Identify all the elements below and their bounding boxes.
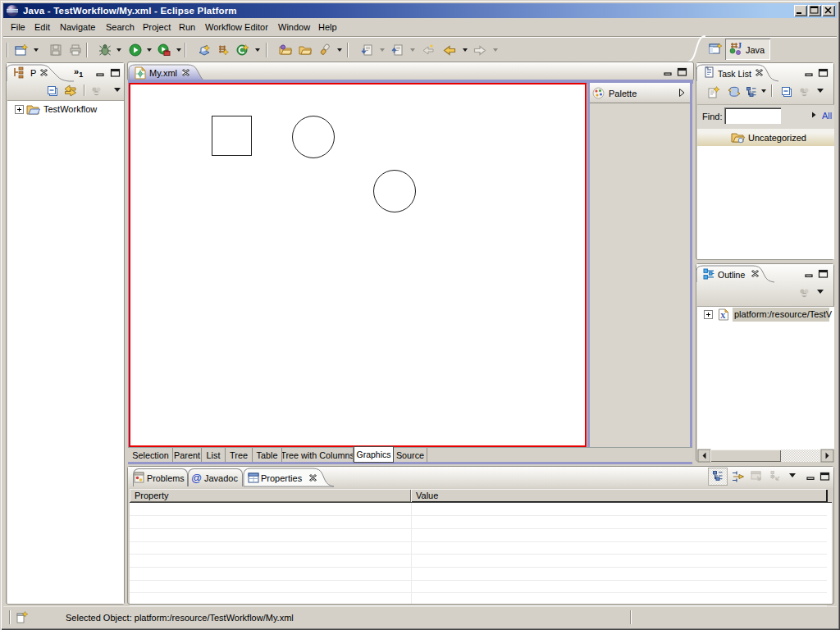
svg-text:J: J — [737, 41, 742, 50]
svg-text:@: @ — [191, 472, 202, 484]
svg-text:X: X — [720, 312, 726, 320]
